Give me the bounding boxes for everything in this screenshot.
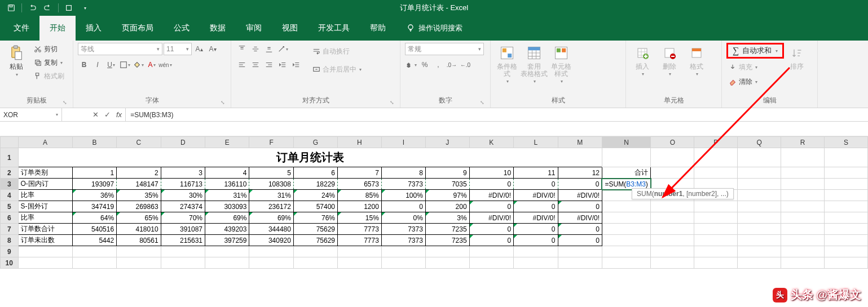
cell[interactable] (205, 246, 249, 257)
row-header-6[interactable]: 6 (1, 212, 19, 224)
worksheet[interactable]: ABCDEFGHIJKLMNOPQRS1订单月统计表2订单类别123456789… (0, 136, 868, 307)
data-cell[interactable]: 57400 (293, 201, 337, 212)
cell[interactable] (694, 235, 738, 246)
header-cell[interactable]: 2 (117, 167, 161, 179)
header-cell[interactable]: 合计 (602, 167, 650, 179)
data-cell[interactable]: 148147 (117, 179, 161, 190)
bold-button[interactable]: B (78, 59, 90, 71)
qat-dropdown-icon[interactable]: ▾ (78, 1, 91, 15)
cell[interactable] (694, 212, 738, 224)
data-cell[interactable]: 36% (72, 190, 116, 201)
tab-formulas[interactable]: 公式 (164, 16, 200, 41)
data-cell[interactable]: #DIV/0! (558, 212, 602, 224)
row-label[interactable]: S-国外订 (18, 201, 72, 212)
cell[interactable] (824, 201, 867, 212)
cell[interactable] (381, 246, 425, 257)
cell[interactable] (694, 148, 738, 167)
row-header-5[interactable]: 5 (1, 201, 19, 212)
header-cell[interactable]: 9 (425, 167, 469, 179)
cell[interactable] (602, 201, 650, 212)
cell[interactable] (651, 257, 694, 269)
fill-color-button[interactable]: ▾ (132, 59, 144, 71)
cell[interactable] (781, 148, 825, 167)
cell[interactable] (18, 257, 72, 269)
cell[interactable] (425, 246, 469, 257)
cell[interactable] (338, 246, 382, 257)
comma-format-icon[interactable]: , (432, 59, 444, 71)
undo-icon[interactable] (25, 1, 39, 15)
cell[interactable] (738, 179, 781, 190)
data-cell[interactable]: 108308 (249, 179, 293, 190)
cell[interactable] (651, 212, 694, 224)
data-cell[interactable]: 136110 (205, 179, 249, 190)
cell[interactable] (781, 246, 825, 257)
indent-increase-icon[interactable] (290, 59, 302, 71)
cell[interactable] (205, 257, 249, 269)
cell[interactable] (117, 246, 161, 257)
header-cell[interactable]: 3 (161, 167, 205, 179)
data-cell[interactable]: 418010 (117, 224, 161, 235)
header-cell[interactable]: 7 (338, 167, 382, 179)
cell[interactable] (425, 257, 469, 269)
col-header-K[interactable]: K (469, 137, 513, 148)
cell[interactable] (824, 235, 867, 246)
header-cell[interactable]: 5 (249, 167, 293, 179)
data-cell[interactable]: 5442 (72, 235, 116, 246)
indent-decrease-icon[interactable] (276, 59, 289, 71)
data-cell[interactable]: 274374 (161, 201, 205, 212)
col-header-I[interactable]: I (381, 137, 425, 148)
cell[interactable] (18, 246, 72, 257)
row-header-8[interactable]: 8 (1, 235, 19, 246)
grow-font-icon[interactable]: A▴ (193, 43, 205, 55)
cell[interactable] (514, 246, 558, 257)
cancel-formula-icon[interactable]: ✕ (92, 110, 99, 119)
accounting-format-icon[interactable]: $▾ (405, 59, 417, 71)
col-header-A[interactable]: A (18, 137, 72, 148)
cell[interactable] (781, 235, 825, 246)
data-cell[interactable]: #DIV/0! (514, 212, 558, 224)
col-header-N[interactable]: N (602, 137, 650, 148)
number-format-combo[interactable]: 常规▾ (405, 43, 484, 55)
data-cell[interactable]: 75629 (293, 235, 337, 246)
cell[interactable] (651, 235, 694, 246)
data-cell[interactable]: 0 (558, 224, 602, 235)
data-cell[interactable]: 340920 (249, 235, 293, 246)
format-painter-button[interactable]: 格式刷 (32, 70, 67, 82)
data-cell[interactable]: 303093 (205, 201, 249, 212)
row-label[interactable]: 订单未出数 (18, 235, 72, 246)
cell[interactable] (558, 257, 602, 269)
paste-button[interactable]: 粘贴▾ (5, 43, 28, 78)
name-box[interactable]: XOR▾ (0, 108, 62, 121)
data-cell[interactable]: 75629 (293, 224, 337, 235)
tab-home[interactable]: 开始 (39, 16, 76, 41)
col-header-G[interactable]: G (293, 137, 337, 148)
col-header-H[interactable]: H (338, 137, 382, 148)
tab-file[interactable]: 文件 (3, 16, 39, 41)
data-cell[interactable]: 0 (514, 201, 558, 212)
tell-me-search[interactable]: 操作说明搜索 (396, 16, 462, 41)
tab-help[interactable]: 帮助 (360, 16, 396, 41)
data-cell[interactable]: 0 (558, 235, 602, 246)
row-label[interactable]: O-国内订 (18, 179, 72, 190)
increase-decimal-icon[interactable]: .0→ (446, 59, 458, 71)
data-cell[interactable]: #DIV/0! (558, 190, 602, 201)
cell[interactable] (824, 224, 867, 235)
align-bottom-icon[interactable] (263, 43, 275, 55)
header-cell[interactable]: 6 (293, 167, 337, 179)
tab-review[interactable]: 审阅 (236, 16, 272, 41)
cell[interactable] (824, 148, 867, 167)
data-cell[interactable]: 85% (338, 190, 382, 201)
dialog-launcher-icon[interactable]: ⤡ (221, 100, 225, 105)
copy-button[interactable]: 复制▾ (32, 56, 67, 69)
data-cell[interactable]: 69% (249, 212, 293, 224)
cell[interactable] (824, 246, 867, 257)
cell[interactable] (602, 257, 650, 269)
cell[interactable] (651, 246, 694, 257)
cell[interactable] (738, 246, 781, 257)
cell[interactable] (694, 246, 738, 257)
cell[interactable] (602, 235, 650, 246)
cell[interactable] (602, 224, 650, 235)
phonetic-button[interactable]: wén▾ (159, 59, 171, 71)
data-cell[interactable]: 7035 (425, 179, 469, 190)
cell[interactable] (602, 148, 650, 167)
